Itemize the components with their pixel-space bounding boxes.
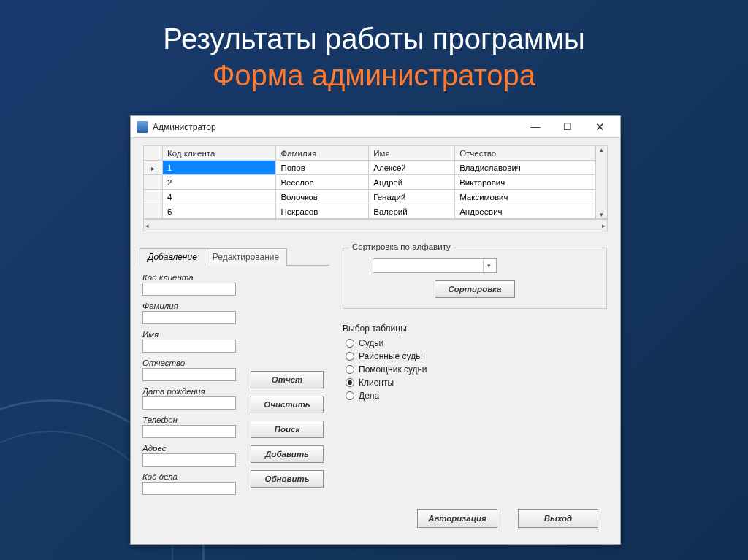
app-icon <box>137 121 148 133</box>
radio-icon <box>346 378 354 387</box>
label-address: Адрес <box>142 444 236 453</box>
row-header <box>144 175 163 190</box>
add-form: Код клиента Фамилия Имя Отчество Дата ро… <box>140 266 239 504</box>
cell-id[interactable]: 4 <box>163 190 276 204</box>
radio-icon <box>346 352 354 361</box>
grid-header-patronymic[interactable]: Отчество <box>455 146 595 161</box>
input-birthdate[interactable] <box>142 396 236 410</box>
sort-group-title: Сортировка по алфавиту <box>349 242 454 251</box>
input-address[interactable] <box>142 453 236 467</box>
radio-label: Помощник судьи <box>359 364 427 375</box>
clients-grid[interactable]: Код клиента Фамилия Имя Отчество 1ПоповА… <box>143 145 595 219</box>
cell-patronymic[interactable]: Андреевич <box>455 204 595 219</box>
label-case-id: Код дела <box>142 472 236 481</box>
update-button[interactable]: Обновить <box>251 470 324 488</box>
radio-label: Дела <box>359 391 379 401</box>
row-header <box>144 204 163 219</box>
cell-patronymic[interactable]: Максимович <box>455 190 595 204</box>
cell-lastname[interactable]: Попов <box>276 161 369 175</box>
sort-combo[interactable]: ▾ <box>373 258 497 273</box>
scroll-right-icon[interactable]: ▸ <box>602 222 606 229</box>
maximize-button[interactable]: ☐ <box>552 117 584 137</box>
cell-id[interactable]: 1 <box>163 161 276 175</box>
radio-icon <box>346 365 354 374</box>
window-title: Администратор <box>153 122 216 132</box>
cell-patronymic[interactable]: Викторович <box>455 175 595 190</box>
cell-lastname[interactable]: Веселов <box>276 175 369 190</box>
tabstrip: Добавление Редактирование <box>140 248 329 266</box>
label-firstname: Имя <box>142 330 236 339</box>
cell-firstname[interactable]: Валерий <box>369 204 455 219</box>
exit-button[interactable]: Выход <box>518 509 598 528</box>
cell-firstname[interactable]: Генадий <box>369 190 455 204</box>
radio-icon <box>346 339 354 348</box>
close-button[interactable]: ✕ <box>584 117 616 137</box>
tab-add[interactable]: Добавление <box>140 248 205 266</box>
clear-button[interactable]: Очистить <box>251 396 324 413</box>
cell-firstname[interactable]: Андрей <box>369 175 455 190</box>
table-row[interactable]: 1ПоповАлексейВладиславович <box>144 161 595 175</box>
table-row[interactable]: 2ВеселовАндрейВикторович <box>144 175 595 190</box>
window-titlebar[interactable]: Администратор — ☐ ✕ <box>131 116 620 138</box>
radio-icon <box>346 391 354 400</box>
scroll-up-icon[interactable]: ▴ <box>600 146 603 153</box>
add-button[interactable]: Добавить <box>251 445 324 463</box>
scroll-down-icon[interactable]: ▾ <box>600 211 603 218</box>
radio-option[interactable]: Клиенты <box>346 377 607 388</box>
label-lastname: Фамилия <box>142 302 236 310</box>
radio-label: Районные суды <box>359 351 422 361</box>
auth-button[interactable]: Авторизация <box>417 509 497 528</box>
cell-firstname[interactable]: Алексей <box>369 161 455 175</box>
input-firstname[interactable] <box>142 340 236 353</box>
tab-edit[interactable]: Редактирование <box>205 248 287 266</box>
radio-option[interactable]: Дела <box>346 391 607 401</box>
grid-scrollbar-horizontal[interactable]: ◂ ▸ <box>143 219 608 231</box>
cell-lastname[interactable]: Волочков <box>276 190 369 204</box>
input-lastname[interactable] <box>142 311 236 324</box>
label-client-id: Код клиента <box>142 273 236 282</box>
table-select-group: Выбор таблицы: СудьиРайонные судыПомощни… <box>343 323 607 401</box>
cell-id[interactable]: 2 <box>163 175 276 190</box>
label-phone: Телефон <box>142 415 236 424</box>
grid-scrollbar-vertical[interactable]: ▴ ▾ <box>595 145 608 219</box>
cell-patronymic[interactable]: Владиславович <box>455 161 595 175</box>
table-row[interactable]: 6НекрасовВалерийАндреевич <box>144 204 595 219</box>
row-header <box>144 161 163 175</box>
sort-button[interactable]: Сортировка <box>435 280 515 298</box>
radio-option[interactable]: Помощник судьи <box>346 364 607 375</box>
input-phone[interactable] <box>142 425 236 438</box>
slide-title-sub: Форма администратора <box>0 57 748 93</box>
action-buttons: Отчет Очистить Поиск Добавить Обновить <box>251 371 324 504</box>
grid-corner <box>144 146 163 161</box>
scroll-left-icon[interactable]: ◂ <box>145 222 149 229</box>
cell-id[interactable]: 6 <box>163 204 276 219</box>
grid-header-lastname[interactable]: Фамилия <box>276 146 369 161</box>
grid-header-firstname[interactable]: Имя <box>369 146 455 161</box>
grid-header-id[interactable]: Код клиента <box>163 146 276 161</box>
report-button[interactable]: Отчет <box>251 371 324 388</box>
search-button[interactable]: Поиск <box>251 421 324 438</box>
radio-option[interactable]: Районные суды <box>346 351 607 361</box>
radio-option[interactable]: Судьи <box>346 338 607 348</box>
input-case-id[interactable] <box>142 482 236 495</box>
table-row[interactable]: 4ВолочковГенадийМаксимович <box>144 190 595 204</box>
slide-title: Результаты работы программы Форма админи… <box>0 0 748 93</box>
cell-lastname[interactable]: Некрасов <box>276 204 369 219</box>
radio-label: Клиенты <box>359 377 394 388</box>
input-patronymic[interactable] <box>142 368 236 381</box>
sort-group: Сортировка по алфавиту ▾ Сортировка <box>343 248 607 309</box>
chevron-down-icon: ▾ <box>483 260 495 272</box>
input-client-id[interactable] <box>142 283 236 296</box>
label-patronymic: Отчество <box>142 358 236 367</box>
slide-title-main: Результаты работы программы <box>163 23 585 55</box>
clients-grid-container: Код клиента Фамилия Имя Отчество 1ПоповА… <box>143 145 608 231</box>
radio-label: Судьи <box>359 338 383 348</box>
minimize-button[interactable]: — <box>519 117 552 137</box>
table-select-label: Выбор таблицы: <box>343 323 607 334</box>
label-birthdate: Дата рождения <box>142 387 236 396</box>
row-header <box>144 190 163 204</box>
admin-window: Администратор — ☐ ✕ Код клиента Фамилия … <box>130 115 621 545</box>
